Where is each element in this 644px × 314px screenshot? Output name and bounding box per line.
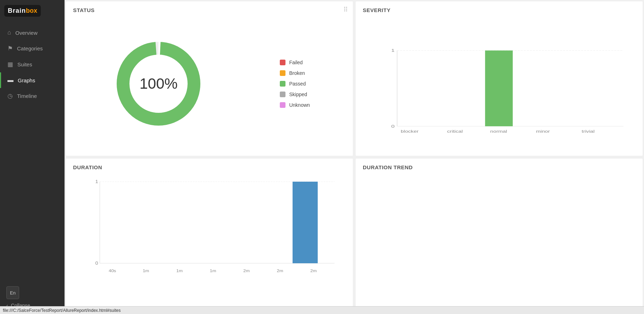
duration-trend-title: DURATION TREND	[363, 164, 635, 170]
broken-label: Broken	[289, 70, 305, 76]
normal-bar	[485, 50, 513, 126]
suites-icon: ▦	[7, 61, 13, 68]
sidebar-item-overview[interactable]: ⌂ Overview	[0, 25, 65, 40]
donut-chart: 100%	[109, 34, 208, 133]
severity-title: SEVERITY	[363, 7, 635, 13]
donut-center-value: 100%	[139, 75, 177, 92]
svg-text:1m: 1m	[176, 268, 183, 273]
legend-passed: Passed	[280, 81, 310, 87]
svg-text:1m: 1m	[210, 268, 216, 273]
sidebar-item-suites[interactable]: ▦ Suites	[0, 56, 65, 72]
severity-chart-svg: 1 0 blocker critical normal minor trivia…	[377, 47, 628, 139]
logo-box-text: box	[26, 7, 37, 15]
sidebar-item-categories[interactable]: ⚑ Categories	[0, 40, 65, 56]
svg-text:0: 0	[95, 261, 98, 266]
home-icon: ⌂	[7, 29, 11, 36]
sidebar: Brain box ⌂ Overview ⚑ Categories ▦ Suit…	[0, 0, 65, 314]
logo: Brain box	[4, 5, 41, 17]
sidebar-label-timeline: Timeline	[17, 93, 37, 99]
legend-unknown: Unknown	[280, 102, 310, 108]
legend-broken: Broken	[280, 70, 310, 76]
status-panel: STATUS ⠿ 100% Failed	[66, 1, 353, 156]
skipped-color-dot	[280, 92, 285, 97]
svg-text:1: 1	[391, 48, 394, 52]
svg-text:blocker: blocker	[401, 130, 419, 134]
status-content: 100% Failed Broken Passed Skipped	[73, 17, 346, 150]
duration-bar	[293, 182, 318, 263]
graphs-icon: ▬	[7, 77, 13, 84]
language-button[interactable]: En	[6, 286, 19, 299]
status-title: STATUS	[73, 7, 346, 13]
unknown-label: Unknown	[289, 102, 310, 108]
duration-chart-area: 1 0 40s 1m 1m 1m 2m 2m 2m	[73, 175, 346, 307]
svg-text:minor: minor	[536, 130, 550, 134]
svg-text:40s: 40s	[109, 268, 116, 273]
status-legend: Failed Broken Passed Skipped Unknown	[280, 60, 310, 108]
categories-icon: ⚑	[7, 45, 13, 52]
sidebar-label-graphs: Graphs	[18, 77, 35, 83]
severity-chart-area: 1 0 blocker critical normal minor trivia…	[363, 17, 635, 150]
svg-text:1: 1	[95, 179, 98, 184]
passed-label: Passed	[289, 81, 306, 87]
unknown-color-dot	[280, 102, 285, 108]
duration-title: DURATION	[73, 164, 346, 170]
sidebar-label-overview: Overview	[15, 30, 38, 36]
duration-trend-panel: DURATION TREND	[356, 159, 643, 313]
logo-brain: Brain	[8, 7, 26, 15]
legend-failed: Failed	[280, 60, 310, 65]
panel-menu-icon[interactable]: ⠿	[343, 6, 348, 13]
nav-items: ⌂ Overview ⚑ Categories ▦ Suites ▬ Graph…	[0, 21, 65, 282]
svg-text:trivial: trivial	[582, 130, 594, 134]
skipped-label: Skipped	[289, 92, 307, 97]
duration-panel: DURATION 1 0 40s 1m 1m 1m 2m 2m	[66, 159, 353, 313]
svg-text:critical: critical	[447, 130, 463, 134]
failed-color-dot	[280, 60, 285, 65]
logo-area: Brain box	[0, 0, 65, 21]
sidebar-item-graphs[interactable]: ▬ Graphs	[0, 72, 65, 88]
sidebar-item-timeline[interactable]: ◷ Timeline	[0, 88, 65, 104]
url-bar: file:///C:/SalceForce/TestReport/AllureR…	[0, 306, 644, 314]
svg-text:2m: 2m	[310, 268, 317, 273]
legend-skipped: Skipped	[280, 92, 310, 97]
url-text: file:///C:/SalceForce/TestReport/AllureR…	[3, 308, 121, 313]
sidebar-label-suites: Suites	[17, 61, 32, 67]
main-content: STATUS ⠿ 100% Failed	[65, 0, 644, 314]
duration-chart-svg: 1 0 40s 1m 1m 1m 2m 2m 2m	[87, 178, 339, 281]
timeline-icon: ◷	[7, 92, 13, 100]
broken-color-dot	[280, 70, 285, 76]
failed-label: Failed	[289, 60, 302, 65]
svg-text:2m: 2m	[243, 268, 250, 273]
svg-text:1m: 1m	[143, 268, 149, 273]
passed-color-dot	[280, 81, 285, 87]
svg-text:2m: 2m	[277, 268, 283, 273]
sidebar-label-categories: Categories	[17, 45, 43, 51]
svg-text:0: 0	[391, 124, 394, 128]
svg-text:normal: normal	[490, 130, 507, 134]
severity-panel: SEVERITY 1 0 blocker critical normal min…	[356, 1, 643, 156]
